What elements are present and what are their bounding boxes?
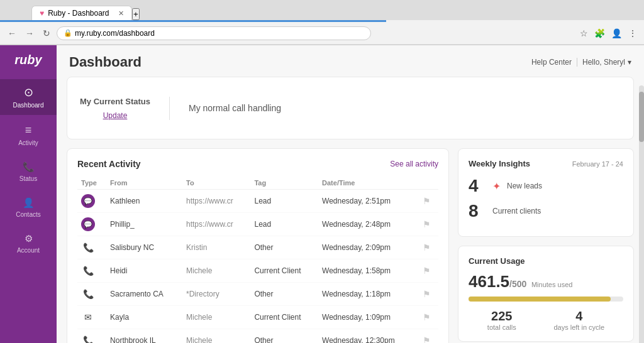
address-bar[interactable]: 🔒 <box>57 26 371 40</box>
cell-to: Michele <box>182 329 250 344</box>
new-leads-count: 4 <box>469 176 486 196</box>
new-leads-row: 4 ✦ New leads <box>469 176 623 196</box>
cell-flag[interactable]: ⚑ <box>419 236 438 259</box>
flag-icon[interactable]: ⚑ <box>423 196 431 206</box>
dashboard-icon: ⊙ <box>24 85 33 99</box>
extension-icon[interactable]: 🧩 <box>592 27 607 40</box>
page-title: Dashboard <box>69 54 142 70</box>
header-divider <box>577 58 577 67</box>
type-icon: 📞 <box>81 264 95 278</box>
cell-from: Northbrook IL <box>106 329 182 344</box>
activity-table-header-row: Type From To Tag Date/Time <box>77 177 438 190</box>
flag-icon[interactable]: ⚑ <box>423 266 431 276</box>
tab-close-button[interactable]: ✕ <box>118 9 124 18</box>
browser-chrome: ♥ Ruby - Dashboard ✕ + ← → ↻ 🔒 ☆ 🧩 👤 ⋮ <box>0 0 644 45</box>
usage-stats: 225 total calls 4 days left in cycle <box>469 309 623 331</box>
cell-datetime: Wednesday, 2:48pm <box>318 213 419 236</box>
contacts-icon: 👤 <box>23 197 35 209</box>
header-right: Help Center Hello, Sheryl ▾ <box>531 58 631 67</box>
sidebar-item-activity[interactable]: ≡ Activity <box>0 117 57 153</box>
cell-flag[interactable]: ⚑ <box>419 259 438 283</box>
sidebar-item-contacts[interactable]: 👤 Contacts <box>0 191 57 224</box>
cell-datetime: Wednesday, 2:51pm <box>318 190 419 213</box>
cell-flag[interactable]: ⚑ <box>419 190 438 213</box>
sidebar-item-account[interactable]: ⚙ Account <box>0 227 57 260</box>
cell-datetime: Wednesday, 1:58pm <box>318 259 419 283</box>
days-left-count: 4 <box>553 309 604 324</box>
flag-icon[interactable]: ⚑ <box>423 335 431 343</box>
sidebar: ruby ⊙ Dashboard ≡ Activity 📞 Status 👤 C… <box>0 45 57 343</box>
cell-tag: Current Client <box>250 306 318 329</box>
type-icon: 📞 <box>81 334 95 343</box>
see-all-activity-link[interactable]: See all activity <box>390 160 438 168</box>
content-grid: Recent Activity See all activity Type Fr… <box>57 148 644 343</box>
cell-flag[interactable]: ⚑ <box>419 306 438 329</box>
main-header: Dashboard Help Center Hello, Sheryl ▾ <box>57 45 644 77</box>
flag-icon[interactable]: ⚑ <box>423 242 431 253</box>
col-datetime: Date/Time <box>318 177 419 190</box>
sidebar-item-dashboard[interactable]: ⊙ Dashboard <box>0 79 57 115</box>
back-button[interactable]: ← <box>5 27 19 40</box>
usage-bar-track <box>469 297 623 302</box>
flag-icon[interactable]: ⚑ <box>423 312 431 322</box>
main-wrapper: Dashboard Help Center Hello, Sheryl ▾ My… <box>57 45 644 343</box>
insights-title: Weekly Insights <box>469 159 530 168</box>
usage-used: 461.5 <box>469 272 509 291</box>
lock-icon: 🔒 <box>64 29 72 37</box>
cell-flag[interactable]: ⚑ <box>419 213 438 236</box>
bookmark-star-icon[interactable]: ☆ <box>578 27 590 40</box>
flag-icon[interactable]: ⚑ <box>423 289 431 299</box>
type-icon: ✉ <box>81 310 95 324</box>
cell-from: Salisbury NC <box>106 236 182 259</box>
cell-to: https://www.cr <box>182 213 250 236</box>
usage-unit: Minutes used <box>531 281 572 288</box>
activity-table-body: 💬 Kathleen https://www.cr Lead Wednesday… <box>77 190 438 344</box>
table-row: 📞 Northbrook IL Michele Other Wednesday,… <box>77 329 438 344</box>
status-handling: My normal call handling <box>189 103 281 113</box>
col-to: To <box>182 177 250 190</box>
help-center-link[interactable]: Help Center <box>531 58 572 67</box>
activity-icon: ≡ <box>25 124 32 137</box>
activity-title: Recent Activity <box>77 159 141 169</box>
active-tab[interactable]: ♥ Ruby - Dashboard ✕ <box>31 6 132 20</box>
cell-datetime: Wednesday, 2:09pm <box>318 236 419 259</box>
cell-type: 📞 <box>77 329 106 344</box>
cell-tag: Lead <box>250 190 318 213</box>
usage-numbers: 461.5/500 Minutes used <box>469 272 623 291</box>
usage-bar-fill <box>469 297 611 302</box>
current-clients-count: 8 <box>469 201 486 221</box>
table-row: ✉ Kayla Michele Current Client Wednesday… <box>77 306 438 329</box>
cell-to: Kristin <box>182 236 250 259</box>
cell-type: ✉ <box>77 306 106 329</box>
status-update-link[interactable]: Update <box>80 111 150 120</box>
table-row: 💬 Phillip_ https://www.cr Lead Wednesday… <box>77 213 438 236</box>
flag-icon[interactable]: ⚑ <box>423 219 431 229</box>
forward-button[interactable]: → <box>23 27 36 40</box>
refresh-button[interactable]: ↻ <box>40 27 53 40</box>
days-left-label: days left in cycle <box>553 324 604 331</box>
cell-flag[interactable]: ⚑ <box>419 329 438 344</box>
sidebar-logo: ruby <box>14 52 42 68</box>
menu-icon[interactable]: ⋮ <box>626 27 639 40</box>
insights-header: Weekly Insights February 17 - 24 <box>469 159 623 168</box>
url-input[interactable] <box>75 29 364 38</box>
cell-datetime: Wednesday, 1:09pm <box>318 306 419 329</box>
status-icon: 📞 <box>23 161 35 173</box>
main-content: Dashboard Help Center Hello, Sheryl ▾ My… <box>57 45 644 343</box>
profile-icon[interactable]: 👤 <box>609 27 624 40</box>
cell-from: Heidi <box>106 259 182 283</box>
sidebar-item-status[interactable]: 📞 Status <box>0 155 57 188</box>
scroll-thumb[interactable] <box>639 92 644 142</box>
account-icon: ⚙ <box>25 233 33 244</box>
tab-favicon: ♥ <box>40 9 44 18</box>
new-tab-button[interactable]: + <box>132 8 140 20</box>
hello-user[interactable]: Hello, Sheryl ▾ <box>582 58 631 67</box>
type-icon: 💬 <box>81 217 95 231</box>
cell-tag: Other <box>250 283 318 306</box>
cell-flag[interactable]: ⚑ <box>419 283 438 306</box>
app-container: ruby ⊙ Dashboard ≡ Activity 📞 Status 👤 C… <box>0 45 644 343</box>
cell-tag: Other <box>250 329 318 344</box>
scrollbar[interactable] <box>639 85 644 343</box>
type-icon: 💬 <box>81 194 95 208</box>
usage-total: /500 <box>509 279 526 289</box>
